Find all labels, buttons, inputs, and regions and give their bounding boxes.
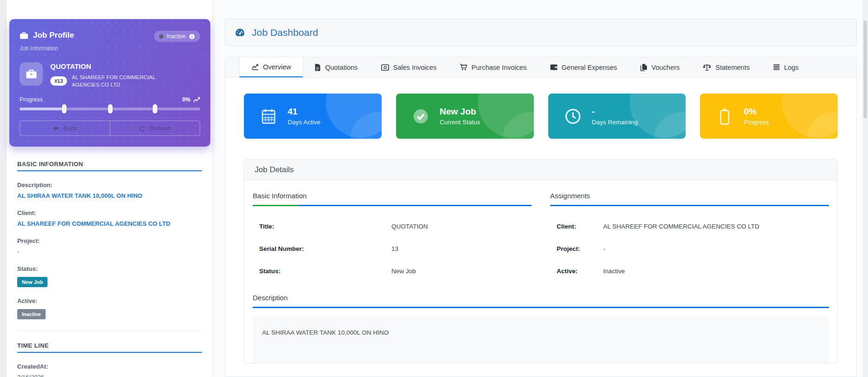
detail-row: Title: QUOTATION (253, 223, 532, 232)
chart-line-icon (193, 97, 200, 103)
job-details-card: Job Details Basic Information Title: QUO… (244, 159, 838, 364)
detail-label: Project: (557, 245, 603, 255)
page-header: Job Dashboard (225, 19, 857, 46)
detail-row: Status: New Job (253, 268, 532, 277)
job-details-heading: Job Details (244, 160, 837, 180)
tab-general-expenses[interactable]: General Expenses (538, 57, 629, 77)
detail-row: Serial Number: 13 (253, 245, 532, 255)
status-pill-label: Inactive (167, 33, 186, 40)
slider-handle-1[interactable] (62, 104, 67, 114)
client-value-link[interactable]: AL SHAREEF FOR COMMERCIAL AGENCIES CO LT… (17, 220, 202, 227)
detail-label: Title: (259, 223, 391, 232)
clock-icon (563, 108, 583, 124)
heading-underline (17, 170, 202, 171)
heading-underline (17, 352, 202, 353)
wallet-icon (550, 64, 558, 70)
dashboard-gauge-icon (234, 27, 246, 38)
tab-label: Quotations (325, 64, 357, 71)
progress-slider[interactable] (20, 108, 200, 110)
detail-label: Status: (259, 268, 391, 277)
detail-row: Project: - (550, 245, 829, 255)
section-underline (550, 205, 829, 206)
detail-label: Client: (557, 223, 603, 232)
project-label: Project: (17, 237, 202, 244)
arrow-left-icon (53, 125, 59, 131)
tab-label: Sales Invoices (393, 64, 437, 71)
stat-card-days-active: 41 Days Active (244, 94, 382, 139)
description-value-link[interactable]: AL SHIRAA WATER TANK 10,000L ON HINO (17, 192, 202, 199)
briefcase-icon (26, 69, 37, 79)
detail-value: 13 (391, 245, 398, 255)
window-scrollbar[interactable] (862, 0, 868, 377)
active-badge: Inactive (17, 309, 46, 319)
client-label: Client: (17, 209, 202, 216)
timeline-heading: TIME LINE (17, 342, 202, 349)
project-value: - (17, 248, 202, 255)
chart-line-icon (251, 64, 259, 70)
tab-quotations[interactable]: Quotations (303, 57, 369, 77)
description-label: Description: (17, 182, 202, 188)
status-badge: New Job (17, 277, 47, 287)
briefcase-icon (20, 32, 28, 40)
progress-label: Progress (20, 96, 43, 103)
detail-value: QUOTATION (391, 223, 428, 232)
voucher-icon (640, 64, 647, 71)
status-label: Status: (17, 265, 202, 272)
stat-value: 41 (288, 107, 321, 117)
tab-statements[interactable]: Statements (691, 57, 761, 77)
description-section-heading: Description (253, 294, 829, 307)
detail-label: Active: (557, 268, 603, 277)
description-box: AL SHIRAA WATER TANK 10,000L ON HINO (253, 316, 829, 363)
refresh-button-label: Refresh (149, 125, 171, 132)
job-name: QUOTATION (50, 62, 181, 70)
list-icon (773, 64, 780, 70)
serial-badge: #13 (50, 76, 67, 86)
detail-value: Inactive (603, 268, 625, 277)
section-underline (253, 307, 829, 308)
stat-label: Days Active (288, 119, 321, 126)
slider-handle-3[interactable] (153, 104, 157, 114)
tab-label: General Expenses (562, 64, 617, 71)
tab-sales-invoices[interactable]: Sales Invoices (370, 57, 449, 77)
tab-label: Statements (715, 64, 749, 71)
tab-vouchers[interactable]: Vouchers (629, 57, 691, 77)
detail-value: - (603, 245, 606, 255)
slider-handle-2[interactable] (108, 104, 113, 114)
createdat-label: CreatedAt: (17, 363, 202, 370)
detail-value: AL SHAREEF FOR COMMERCIAL AGENCIES CO LT… (603, 223, 760, 232)
stat-card-current-status: New Job Current Status (396, 94, 534, 139)
tab-overview[interactable]: Overview (239, 57, 303, 77)
tabs-bar: Overview Quotations Sales Invoices Purch… (225, 57, 856, 78)
active-label: Active: (17, 297, 202, 304)
profile-subtitle: Job Information (20, 45, 200, 52)
balance-scale-icon (703, 64, 711, 71)
detail-row: Client: AL SHAREEF FOR COMMERCIAL AGENCI… (550, 223, 829, 232)
sidebar-scrollbar[interactable] (0, 0, 7, 377)
tab-label: Vouchers (652, 64, 680, 71)
stat-label: Progress (744, 119, 769, 126)
profile-title: Job Profile (33, 31, 74, 40)
status-dot-icon (159, 34, 163, 39)
stat-label: Days Remaining (592, 119, 638, 126)
tab-label: Overview (263, 63, 291, 71)
createdat-value: 3/16/2026 (17, 374, 202, 377)
cart-icon (460, 64, 467, 71)
stat-card-days-remaining: - Days Remaining (548, 94, 686, 139)
stat-label: Current Status (440, 119, 480, 126)
inactive-status-pill[interactable]: Inactive (154, 31, 200, 42)
job-profile-card: Job Profile Inactive Job Information (9, 19, 210, 147)
scrollbar-thumb[interactable] (863, 20, 867, 118)
back-button-label: Back (63, 125, 77, 132)
page-title: Job Dashboard (252, 27, 318, 38)
refresh-button[interactable]: Refresh (110, 121, 200, 135)
file-icon (315, 64, 321, 71)
section-divider (17, 330, 202, 331)
tab-purchase-invoices[interactable]: Purchase Invoices (448, 57, 538, 77)
stat-card-progress: 0% Progress (700, 94, 838, 139)
tab-logs[interactable]: Logs (761, 57, 810, 77)
dashboard-card: Overview Quotations Sales Invoices Purch… (225, 57, 857, 377)
back-button[interactable]: Back (20, 121, 110, 135)
battery-icon (715, 108, 734, 125)
calendar-icon (259, 108, 278, 124)
check-circle-icon (411, 108, 431, 124)
